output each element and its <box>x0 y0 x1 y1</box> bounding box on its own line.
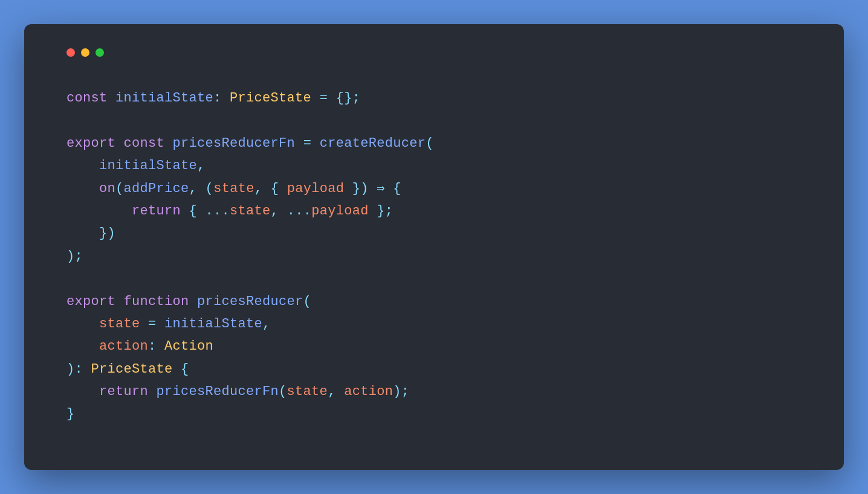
traffic-lights <box>66 48 802 57</box>
minimize-button[interactable] <box>81 48 89 57</box>
code-line: initialState, <box>66 155 802 177</box>
code-editor: const initialState: PriceState = {}; exp… <box>66 87 802 426</box>
code-line: export function pricesReducer( <box>66 290 802 313</box>
code-line: export const pricesReducerFn = createRed… <box>66 132 802 155</box>
code-line: } <box>66 403 802 425</box>
code-line: return { ...state, ...payload }; <box>66 200 802 222</box>
code-line: on(addPrice, (state, { payload }) ⇒ { <box>66 178 802 200</box>
maximize-button[interactable] <box>96 48 104 57</box>
code-line: ); <box>66 245 802 268</box>
code-line: const initialState: PriceState = {}; <box>66 87 802 109</box>
editor-window: const initialState: PriceState = {}; exp… <box>24 24 844 470</box>
close-button[interactable] <box>66 48 75 57</box>
code-line: state = initialState, <box>66 313 802 335</box>
code-line: action: Action <box>66 335 802 358</box>
code-line: ): PriceState { <box>66 358 802 380</box>
code-line: }) <box>66 222 802 245</box>
code-line <box>66 109 802 132</box>
code-line: return pricesReducerFn(state, action); <box>66 380 802 403</box>
code-line <box>66 268 802 290</box>
